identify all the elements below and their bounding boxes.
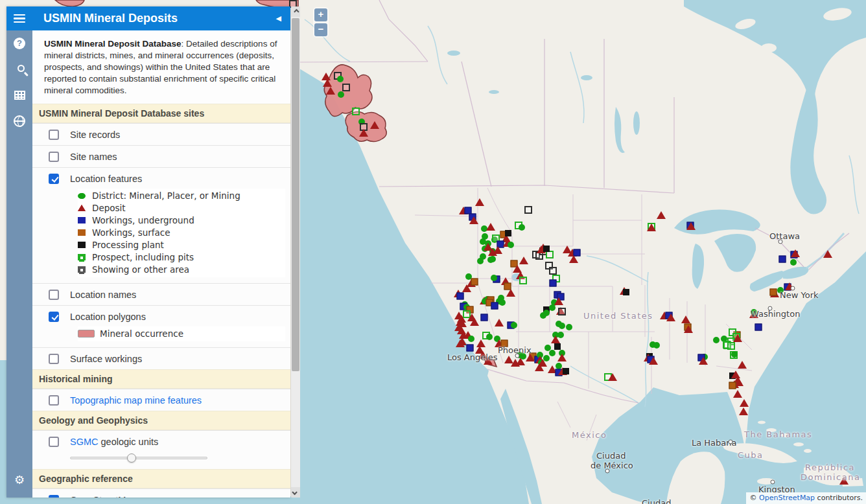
- marker-processing-plant[interactable]: [563, 368, 569, 374]
- marker-deposit[interactable]: [323, 79, 332, 87]
- marker-deposit[interactable]: [791, 249, 800, 257]
- marker-workings-surface[interactable]: [729, 382, 736, 389]
- layer-link[interactable]: Topographic map mine features: [70, 395, 202, 406]
- marker-deposit[interactable]: [839, 477, 848, 485]
- marker-district[interactable]: [489, 256, 496, 262]
- marker-workings-underground[interactable]: [779, 256, 786, 263]
- marker-showing[interactable]: [558, 308, 566, 315]
- layer-checkbox[interactable]: [49, 174, 59, 184]
- marker-deposit[interactable]: [684, 325, 693, 333]
- layer-checkbox[interactable]: [49, 437, 59, 447]
- collapse-panel-icon[interactable]: ◀: [276, 14, 281, 23]
- marker-district[interactable]: [337, 76, 344, 82]
- marker-workings-underground[interactable]: [467, 345, 474, 352]
- marker-deposit[interactable]: [647, 223, 656, 231]
- marker-deposit[interactable]: [535, 363, 544, 371]
- marker-workings-underground[interactable]: [755, 324, 762, 331]
- marker-deposit[interactable]: [469, 216, 478, 224]
- layer-checkbox[interactable]: [49, 495, 59, 498]
- marker-district[interactable]: [543, 310, 550, 316]
- marker-deposit[interactable]: [785, 282, 794, 290]
- marker-processing-plant[interactable]: [623, 289, 629, 295]
- layer-link[interactable]: SGMC: [70, 437, 99, 447]
- marker-deposit[interactable]: [462, 284, 471, 292]
- marker-deposit[interactable]: [526, 354, 535, 361]
- marker-deposit[interactable]: [551, 336, 560, 343]
- marker-deposit[interactable]: [370, 121, 379, 129]
- marker-district[interactable]: [559, 323, 565, 329]
- marker-deposit[interactable]: [475, 198, 484, 206]
- marker-deposit[interactable]: [493, 246, 502, 254]
- marker-district[interactable]: [511, 322, 517, 328]
- menu-hamburger-icon[interactable]: [6, 14, 32, 23]
- marker-district[interactable]: [468, 336, 474, 342]
- marker-district[interactable]: [549, 304, 556, 311]
- marker-showing[interactable]: [524, 206, 532, 214]
- opacity-slider[interactable]: [70, 453, 207, 463]
- scrollbar-thumb[interactable]: [292, 18, 299, 371]
- marker-deposit[interactable]: [699, 357, 708, 365]
- marker-deposit[interactable]: [506, 289, 515, 297]
- marker-deposit[interactable]: [359, 129, 368, 137]
- marker-deposit[interactable]: [554, 297, 563, 305]
- slider-thumb-handle[interactable]: [127, 453, 136, 463]
- panel-scrollbar[interactable]: [291, 6, 300, 498]
- marker-workings-surface[interactable]: [471, 279, 478, 286]
- marker-deposit[interactable]: [739, 407, 748, 415]
- marker-workings-underground[interactable]: [491, 303, 498, 310]
- scroll-down-button[interactable]: [291, 487, 300, 498]
- layer-checkbox[interactable]: [49, 395, 59, 406]
- globe-button[interactable]: [6, 108, 32, 134]
- marker-workings-underground[interactable]: [457, 293, 464, 300]
- layer-checkbox[interactable]: [49, 290, 59, 300]
- help-button[interactable]: ?: [6, 30, 32, 56]
- table-button[interactable]: [6, 82, 32, 108]
- zoom-out-button[interactable]: −: [314, 23, 327, 36]
- marker-workings-surface[interactable]: [770, 289, 777, 296]
- marker-district[interactable]: [338, 91, 344, 98]
- marker-deposit[interactable]: [649, 357, 658, 365]
- marker-deposit[interactable]: [495, 319, 504, 326]
- marker-processing-plant[interactable]: [505, 230, 511, 236]
- marker-deposit[interactable]: [681, 315, 690, 323]
- marker-district[interactable]: [491, 275, 497, 281]
- marker-deposit[interactable]: [608, 373, 617, 381]
- marker-deposit[interactable]: [738, 361, 747, 369]
- marker-deposit[interactable]: [666, 314, 675, 321]
- marker-district[interactable]: [713, 337, 720, 343]
- zoom-in-button[interactable]: +: [314, 8, 327, 21]
- marker-deposit[interactable]: [686, 222, 696, 230]
- marker-deposit[interactable]: [733, 390, 742, 398]
- marker-district[interactable]: [790, 259, 797, 266]
- marker-showing[interactable]: [342, 84, 350, 91]
- osm-attribution-link[interactable]: OpenStreetMap: [759, 494, 815, 502]
- marker-workings-surface[interactable]: [501, 340, 508, 347]
- marker-prospect[interactable]: [727, 342, 735, 350]
- marker-district[interactable]: [653, 342, 660, 349]
- marker-prospect[interactable]: [352, 108, 360, 115]
- marker-deposit[interactable]: [740, 399, 749, 407]
- marker-processing-plant[interactable]: [543, 246, 550, 252]
- layer-checkbox[interactable]: [49, 312, 59, 322]
- marker-showing[interactable]: [549, 267, 557, 275]
- marker-district[interactable]: [477, 258, 484, 264]
- marker-deposit[interactable]: [470, 318, 479, 326]
- marker-district[interactable]: [549, 350, 556, 356]
- marker-district[interactable]: [519, 224, 525, 231]
- marker-district[interactable]: [543, 355, 550, 361]
- marker-workings-underground[interactable]: [550, 280, 557, 287]
- marker-workings-underground[interactable]: [481, 314, 488, 321]
- marker-district[interactable]: [486, 334, 493, 340]
- marker-district[interactable]: [508, 242, 514, 248]
- marker-deposit[interactable]: [486, 223, 495, 231]
- scroll-up-button[interactable]: [291, 6, 300, 17]
- layer-checkbox[interactable]: [49, 354, 59, 364]
- marker-deposit[interactable]: [484, 357, 493, 365]
- marker-deposit[interactable]: [326, 87, 335, 95]
- marker-deposit[interactable]: [733, 334, 742, 342]
- marker-district[interactable]: [731, 351, 738, 358]
- marker-deposit[interactable]: [823, 250, 832, 258]
- settings-button[interactable]: ⚙: [6, 466, 32, 492]
- search-button[interactable]: [6, 56, 32, 82]
- marker-district[interactable]: [499, 299, 506, 306]
